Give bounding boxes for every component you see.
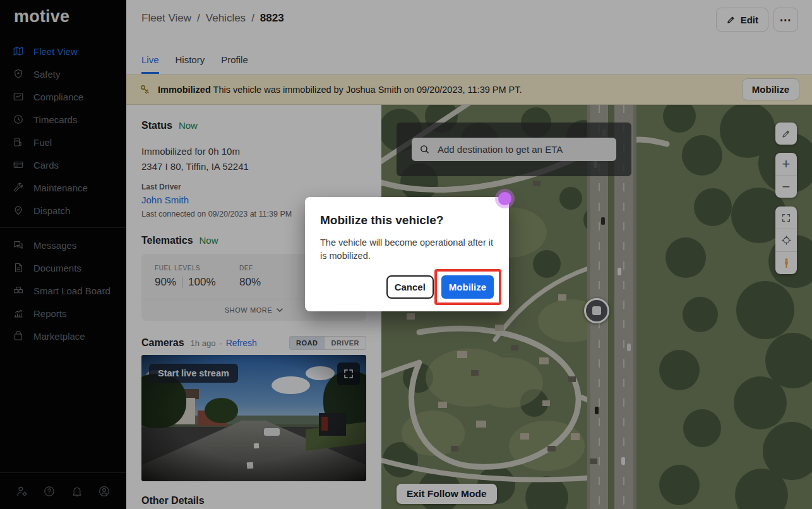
cancel-button[interactable]: Cancel (386, 275, 434, 299)
dialog-title: Mobilize this vehicle? (320, 213, 494, 227)
mobilize-confirm-button[interactable]: Mobilize (441, 275, 494, 299)
mobilize-dialog: Mobilize this vehicle? The vehicle will … (305, 197, 509, 311)
dialog-body: The vehicle will become operational afte… (320, 236, 499, 263)
app-window: motive Fleet View Safety Compliance Time… (0, 0, 812, 509)
dialog-actions: Cancel Mobilize (320, 275, 494, 299)
